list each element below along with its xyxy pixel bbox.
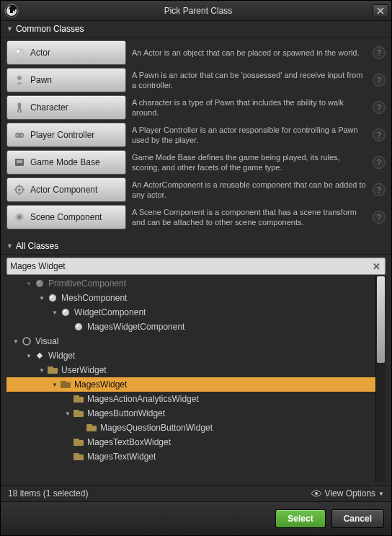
item-count-label: 18 items (1 selected) [8,488,88,498]
character-icon [13,101,26,114]
view-options-button[interactable]: View Options ▼ [311,488,384,498]
help-button[interactable]: ? [373,74,386,87]
tree-node-label: MagesWidgetComponent [87,322,184,332]
tree-node[interactable]: MagesQuestionButtonWidget [6,421,375,435]
expand-icon[interactable]: ▼ [64,410,71,417]
window-title: Pick Parent Class [24,6,373,16]
gamemode-icon [13,156,26,169]
svg-rect-37 [86,424,92,426]
actor-icon [13,46,26,59]
svg-point-22 [62,309,69,316]
svg-rect-34 [74,411,84,417]
svg-point-11 [21,135,22,136]
class-button-label: Pawn [30,75,52,85]
svg-point-17 [17,215,22,219]
svg-point-18 [36,280,43,287]
tree-node[interactable]: MagesActionAnalyticsWidget [6,392,375,406]
expand-icon[interactable]: ▼ [25,353,32,359]
tree-node[interactable]: MagesTextBoxWidget [6,435,375,449]
svg-rect-27 [37,353,43,359]
svg-point-10 [17,135,18,136]
svg-point-15 [18,188,21,191]
class-button-pawn[interactable]: Pawn [6,68,126,92]
collapse-icon: ▼ [6,25,13,32]
tree-node[interactable]: ▼UserWidget [6,363,375,377]
tree-node-label: UserWidget [61,365,107,375]
class-button-actor-component[interactable]: Actor Component [6,177,126,202]
common-classes-header[interactable]: ▼ Common Classes [1,21,391,38]
class-row: PawnA Pawn is an actor that can be 'poss… [6,68,386,92]
svg-rect-39 [74,439,79,441]
tree-node[interactable]: ▼WidgetComponent [6,305,375,320]
clear-search-button[interactable]: ✕ [370,260,382,272]
help-button[interactable]: ? [373,183,386,196]
titlebar: Pick Parent Class [1,1,391,21]
close-button[interactable] [373,4,388,17]
class-button-game-mode-base[interactable]: Game Mode Base [6,150,126,175]
svg-rect-13 [17,160,22,163]
help-button[interactable]: ? [373,101,386,114]
cancel-button[interactable]: Cancel [331,509,384,528]
class-button-label: Actor [30,48,50,58]
class-button-label: Game Mode Base [30,157,100,167]
tree-node-label: PrimitiveComponent [48,278,126,289]
tree-node[interactable]: MagesWidgetComponent [6,320,375,334]
svg-rect-33 [74,395,79,397]
bp-icon [60,379,71,390]
common-classes-list: ActorAn Actor is an object that can be p… [1,38,391,238]
class-button-actor[interactable]: Actor [6,40,126,65]
diamond-icon [34,351,45,361]
bp-icon [47,365,58,375]
scrollbar[interactable] [375,276,386,482]
svg-rect-31 [61,381,66,383]
svg-rect-28 [48,368,58,374]
tree-node-label: MagesTextBoxWidget [87,437,171,447]
expand-icon[interactable]: ▼ [12,338,19,345]
help-button[interactable]: ? [373,128,386,141]
expand-icon[interactable]: ▼ [51,382,58,388]
class-button-scene-component[interactable]: Scene Component [6,205,126,229]
scrollbar-thumb[interactable] [377,276,385,363]
svg-rect-9 [15,133,24,138]
bp-icon [73,452,84,462]
component-icon [13,183,26,196]
tree-node-label: Widget [48,351,75,361]
class-tree[interactable]: ▼PrimitiveComponent▼MeshComponent▼Widget… [6,276,375,482]
bp-icon [73,394,84,404]
class-description: An Actor is an object that can be placed… [126,48,373,58]
class-row: Game Mode BaseGame Mode Base defines the… [6,150,386,175]
search-input[interactable] [10,261,370,271]
expand-icon[interactable]: ▼ [38,367,45,374]
tree-node[interactable]: MagesTextWidget [6,449,375,464]
expand-icon[interactable]: ▼ [25,281,32,287]
class-description: A Scene Component is a component that ha… [126,207,373,228]
collapse-icon: ▼ [6,242,13,250]
help-button[interactable]: ? [373,211,386,224]
tree-node-label: Visual [35,336,58,346]
tree-node[interactable]: ▼Widget [6,348,375,363]
help-button[interactable]: ? [373,46,386,59]
tree-node[interactable]: ▼MagesWidget [6,377,375,392]
svg-point-23 [63,310,66,312]
eye-icon [311,489,322,498]
all-classes-header[interactable]: ▼ All Classes [1,238,391,255]
expand-icon[interactable]: ▼ [38,295,45,302]
tree-node[interactable]: ▼MeshComponent [6,291,375,305]
dialog-footer: Select Cancel [1,501,391,535]
common-classes-label: Common Classes [16,24,84,34]
svg-rect-35 [74,410,79,412]
tree-node-label: MagesButtonWidget [87,408,165,418]
select-button[interactable]: Select [275,509,325,528]
expand-icon[interactable]: ▼ [51,309,58,316]
tree-node[interactable]: ▼Visual [6,334,375,348]
class-row: Actor ComponentAn ActorComponent is a re… [6,177,386,202]
all-classes-label: All Classes [16,241,58,251]
class-button-player-controller[interactable]: Player Controller [6,123,126,147]
class-button-label: Actor Component [30,185,97,195]
sphere-icon [34,278,45,289]
help-button[interactable]: ? [373,156,386,169]
tree-node[interactable]: ▼MagesButtonWidget [6,406,375,421]
tree-node[interactable]: ▼PrimitiveComponent [6,276,375,291]
class-button-character[interactable]: Character [6,95,126,120]
svg-rect-36 [86,426,97,431]
